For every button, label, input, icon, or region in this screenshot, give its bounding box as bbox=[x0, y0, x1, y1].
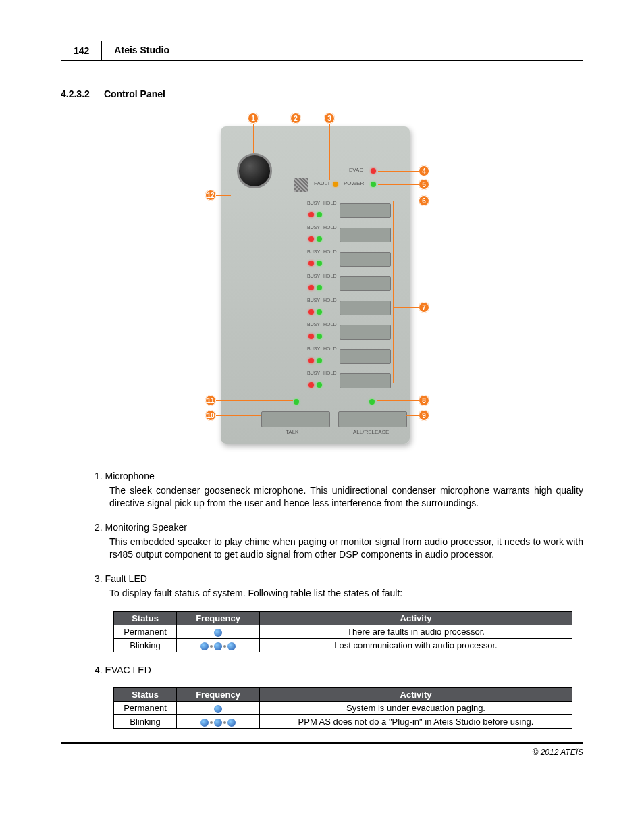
th-frequency: Frequency bbox=[177, 688, 260, 702]
evac-label: EVAC bbox=[349, 167, 363, 173]
section-number: 4.2.3.2 bbox=[61, 88, 101, 99]
busy-hold-row: BUSYHOLD bbox=[307, 322, 402, 345]
talk-label: TALK bbox=[286, 429, 298, 435]
zone-button bbox=[340, 252, 391, 267]
table-row: Blinking Lost communication with audio p… bbox=[114, 639, 572, 652]
callout-10: 10 bbox=[205, 410, 216, 421]
led-steady-icon bbox=[214, 705, 222, 713]
callout-8: 8 bbox=[419, 395, 429, 406]
led-blink-icon bbox=[200, 719, 209, 727]
speaker-icon bbox=[294, 178, 308, 192]
item-fault-led: 3. Fault LED To display fault status of … bbox=[95, 573, 583, 600]
zone-button bbox=[340, 228, 391, 242]
table-row: Permanent System is under evacuation pag… bbox=[114, 702, 572, 715]
item-monitoring-speaker: 2. Monitoring Speaker This embedded spea… bbox=[95, 522, 583, 561]
th-activity: Activity bbox=[260, 688, 572, 702]
busy-hold-row: BUSYHOLD bbox=[307, 371, 402, 394]
microphone-icon bbox=[237, 153, 272, 188]
led-blink-icon bbox=[200, 642, 209, 650]
table-row: Permanent There are faults in audio proc… bbox=[114, 625, 572, 639]
section-heading: 4.2.3.2 Control Panel bbox=[61, 88, 583, 99]
zone-button bbox=[340, 203, 391, 218]
th-activity: Activity bbox=[260, 612, 572, 625]
all-release-label: ALL/RELEASE bbox=[353, 429, 389, 435]
callout-5: 5 bbox=[419, 179, 429, 190]
power-led-icon bbox=[371, 182, 376, 187]
busy-hold-row: BUSYHOLD bbox=[307, 249, 402, 272]
th-frequency: Frequency bbox=[177, 612, 260, 625]
all-release-button bbox=[338, 411, 407, 427]
zone-button bbox=[340, 276, 391, 291]
zone-button bbox=[340, 349, 391, 364]
callout-11: 11 bbox=[205, 395, 216, 406]
busy-hold-row: BUSYHOLD bbox=[307, 273, 402, 296]
talk-button bbox=[261, 411, 330, 427]
fault-led-icon bbox=[333, 182, 338, 187]
table-row: Blinking PPM AS does not do a "Plug-in" … bbox=[114, 715, 572, 729]
callout-4: 4 bbox=[419, 165, 429, 176]
callout-2: 2 bbox=[290, 113, 301, 124]
evac-status-table: Status Frequency Activity Permanent Syst… bbox=[113, 687, 572, 729]
zone-button bbox=[340, 301, 391, 315]
th-status: Status bbox=[114, 612, 177, 625]
busy-hold-row: BUSYHOLD bbox=[307, 201, 402, 224]
power-label: POWER bbox=[344, 180, 364, 186]
callout-1: 1 bbox=[248, 113, 259, 124]
evac-led-icon bbox=[371, 168, 376, 174]
talk-led-icon bbox=[294, 399, 299, 405]
control-panel-diagram: FAULT EVAC POWER BUSYHOLD BUSYHOLD bbox=[211, 113, 433, 450]
zone-button bbox=[340, 325, 391, 340]
led-steady-icon bbox=[214, 629, 222, 637]
page-footer: © 2012 ATEÏS bbox=[61, 742, 583, 757]
panel-body: FAULT EVAC POWER BUSYHOLD BUSYHOLD bbox=[221, 126, 410, 444]
all-release-led-icon bbox=[369, 399, 375, 405]
busy-hold-row: BUSYHOLD bbox=[307, 298, 402, 321]
callout-12: 12 bbox=[205, 190, 216, 201]
section-title: Control Panel bbox=[104, 88, 165, 99]
page-header: 142 Ateis Studio bbox=[61, 41, 583, 61]
item-evac-led: 4. EVAC LED bbox=[95, 664, 583, 675]
callout-9: 9 bbox=[419, 410, 429, 421]
item-microphone: 1. Microphone The sleek condenser goosen… bbox=[95, 471, 583, 510]
page-number: 142 bbox=[61, 41, 102, 60]
callout-3: 3 bbox=[324, 113, 335, 124]
callout-7: 7 bbox=[419, 302, 429, 313]
fault-label: FAULT bbox=[314, 180, 330, 186]
callout-6: 6 bbox=[419, 195, 429, 206]
header-title: Ateis Studio bbox=[102, 41, 182, 60]
th-status: Status bbox=[114, 688, 177, 702]
fault-status-table: Status Frequency Activity Permanent Ther… bbox=[113, 611, 572, 652]
busy-hold-row: BUSYHOLD bbox=[307, 225, 402, 248]
busy-hold-row: BUSYHOLD bbox=[307, 346, 402, 369]
zone-button bbox=[340, 373, 391, 388]
